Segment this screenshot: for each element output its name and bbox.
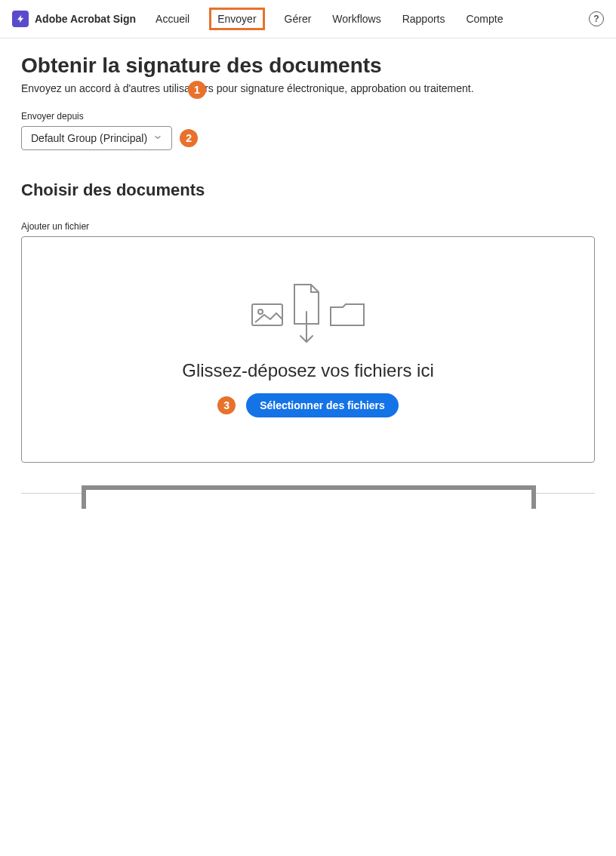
svg-point-1 <box>258 309 263 314</box>
file-download-icon <box>290 282 323 348</box>
file-picker-dialog: Demander des signatures électroniques Mo… <box>82 485 536 509</box>
folder-icon <box>328 300 367 330</box>
acrobat-logo-icon <box>12 11 29 27</box>
page-content: 1 Obtenir la signature des documents Env… <box>0 38 616 509</box>
dialog-title: Demander des signatures électroniques <box>110 508 507 509</box>
brand-group: Adobe Acrobat Sign <box>12 11 136 27</box>
callout-3: 3 <box>217 396 236 414</box>
help-icon: ? <box>589 11 604 26</box>
send-from-value: Default Group (Principal) <box>31 132 147 144</box>
send-from-label: Envoyer depuis <box>21 111 595 122</box>
select-files-row: 3 Sélectionner des fichiers <box>217 393 399 417</box>
nav-workflows[interactable]: Workflows <box>331 10 382 28</box>
nav-gerer[interactable]: Gérer <box>283 10 313 28</box>
image-icon <box>249 300 285 330</box>
send-from-select[interactable]: Default Group (Principal) <box>21 126 172 150</box>
select-files-button[interactable]: Sélectionner des fichiers <box>246 393 399 417</box>
callout-2: 2 <box>180 129 198 147</box>
help-button[interactable]: ? <box>589 11 604 26</box>
add-file-label: Ajouter un fichier <box>21 221 595 232</box>
page-subtitle: Envoyez un accord à d'autres utilisateur… <box>21 82 595 94</box>
choose-documents-title: Choisir des documents <box>21 180 595 200</box>
nav-rapports[interactable]: Rapports <box>401 10 447 28</box>
brand-name: Adobe Acrobat Sign <box>35 13 136 25</box>
dropzone[interactable]: Glissez-déposez vos fichiers ici 3 Sélec… <box>21 236 595 463</box>
nav-accueil[interactable]: Accueil <box>154 10 191 28</box>
dropzone-icons <box>249 282 367 348</box>
page-title: Obtenir la signature des documents <box>21 54 595 78</box>
send-from-row: Default Group (Principal) 2 <box>21 126 595 150</box>
nav-compte[interactable]: Compte <box>464 10 504 28</box>
nav-envoyer[interactable]: Envoyer <box>209 8 264 30</box>
dropzone-text: Glissez-déposez vos fichiers ici <box>182 360 433 381</box>
callout-1: 1 <box>188 81 206 99</box>
top-nav: Adobe Acrobat Sign Accueil Envoyer Gérer… <box>0 0 616 38</box>
chevron-down-icon <box>153 132 162 144</box>
